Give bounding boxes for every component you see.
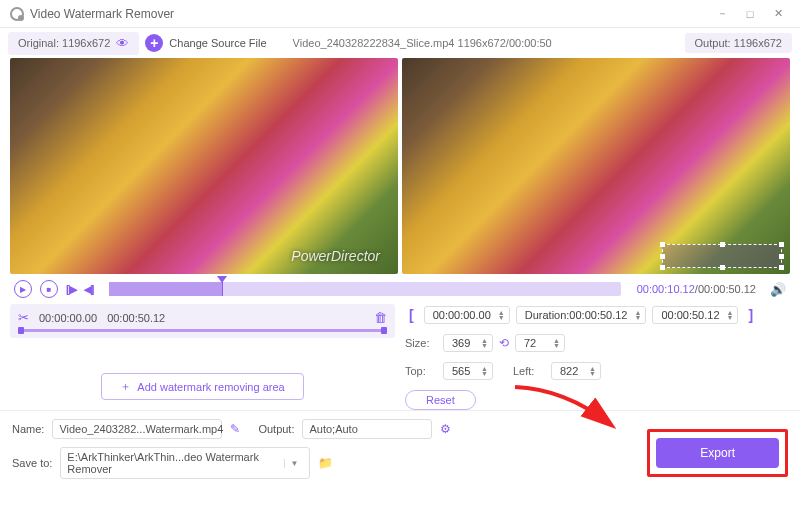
- current-time: 00:00:10.12: [637, 283, 695, 295]
- export-highlight-box: Export: [647, 429, 788, 477]
- segment-panel: ✂ 00:00:00.00 00:00:50.12 🗑: [10, 304, 395, 338]
- timecode: 00:00:10.12/00:00:50.12: [637, 283, 756, 295]
- top-label: Top:: [405, 365, 437, 377]
- maximize-button[interactable]: □: [738, 4, 762, 24]
- reset-button[interactable]: Reset: [405, 390, 476, 410]
- segment-end: 00:00:50.12: [107, 312, 165, 324]
- timeline-slider[interactable]: [109, 282, 620, 296]
- plus-icon: ＋: [120, 379, 131, 394]
- size-label: Size:: [405, 337, 437, 349]
- original-preview[interactable]: PowerDirector: [10, 58, 398, 274]
- bracket-out-button[interactable]: ]: [744, 307, 757, 323]
- format-label: Output:: [258, 423, 294, 435]
- name-label: Name:: [12, 423, 44, 435]
- output-size-panel: Output: 1196x672: [685, 33, 792, 53]
- original-size-label: Original: 1196x672: [18, 37, 110, 49]
- open-folder-icon[interactable]: 📁: [318, 456, 333, 470]
- mark-in-button[interactable]: [▶: [66, 280, 76, 298]
- save-path-value: E:\ArkThinker\ArkThin...deo Watermark Re…: [67, 451, 278, 475]
- left-field[interactable]: 822▲▼: [551, 362, 601, 380]
- play-button[interactable]: ▶: [14, 280, 32, 298]
- file-info-label: Video_240328222834_Slice.mp4 1196x672/00…: [293, 37, 552, 49]
- total-time: 00:00:50.12: [698, 283, 756, 295]
- settings-icon[interactable]: ⚙: [440, 422, 451, 436]
- export-button[interactable]: Export: [656, 438, 779, 468]
- playback-controls: ▶ ■ [▶ ◀] 00:00:10.12/00:00:50.12 🔊: [0, 274, 800, 304]
- add-area-label: Add watermark removing area: [137, 381, 284, 393]
- mark-out-button[interactable]: ◀]: [84, 280, 94, 298]
- top-field[interactable]: 565▲▼: [443, 362, 493, 380]
- time-end-field[interactable]: 00:00:50.12▲▼: [652, 306, 738, 324]
- height-field[interactable]: 72▲▼: [515, 334, 565, 352]
- volume-icon[interactable]: 🔊: [770, 282, 786, 297]
- format-input[interactable]: Auto;Auto: [302, 419, 432, 439]
- toolbar: Original: 1196x672 👁 + Change Source Fil…: [0, 28, 800, 58]
- title-bar: Video Watermark Remover － □ ✕: [0, 0, 800, 28]
- left-label: Left:: [513, 365, 545, 377]
- edit-name-icon[interactable]: ✎: [230, 422, 240, 436]
- add-source-icon[interactable]: +: [145, 34, 163, 52]
- add-watermark-area-button[interactable]: ＋ Add watermark removing area: [101, 373, 303, 400]
- eye-icon[interactable]: 👁: [116, 36, 129, 51]
- minimize-button[interactable]: －: [710, 4, 734, 24]
- delete-segment-icon[interactable]: 🗑: [374, 310, 387, 325]
- time-start-field[interactable]: 00:00:00.00▲▼: [424, 306, 510, 324]
- preview-row: PowerDirector: [0, 58, 800, 274]
- chevron-down-icon: ▼: [284, 459, 303, 468]
- selection-box[interactable]: [662, 244, 782, 268]
- bracket-in-button[interactable]: [: [405, 307, 418, 323]
- output-preview[interactable]: [402, 58, 790, 274]
- cut-icon[interactable]: ✂: [18, 310, 29, 325]
- watermark-overlay: PowerDirector: [291, 248, 380, 264]
- app-logo-icon: [10, 7, 24, 21]
- save-path-dropdown[interactable]: E:\ArkThinker\ArkThin...deo Watermark Re…: [60, 447, 310, 479]
- close-button[interactable]: ✕: [766, 4, 790, 24]
- save-to-label: Save to:: [12, 457, 52, 469]
- stop-button[interactable]: ■: [40, 280, 58, 298]
- segment-start: 00:00:00.00: [39, 312, 97, 324]
- name-input[interactable]: Video_2403282...Watermark.mp4: [52, 419, 222, 439]
- segment-bar[interactable]: [18, 329, 387, 332]
- region-panel: [ 00:00:00.00▲▼ Duration:00:00:50.12▲▼ 0…: [405, 304, 790, 410]
- app-title: Video Watermark Remover: [30, 7, 174, 21]
- bottom-panel: Name: Video_2403282...Watermark.mp4 ✎ Ou…: [0, 410, 800, 487]
- original-size-panel: Original: 1196x672 👁: [8, 32, 139, 55]
- change-source-button[interactable]: Change Source File: [169, 37, 266, 49]
- duration-field[interactable]: Duration:00:00:50.12▲▼: [516, 306, 647, 324]
- width-field[interactable]: 369▲▼: [443, 334, 493, 352]
- aspect-lock-icon[interactable]: ⟲: [499, 336, 509, 350]
